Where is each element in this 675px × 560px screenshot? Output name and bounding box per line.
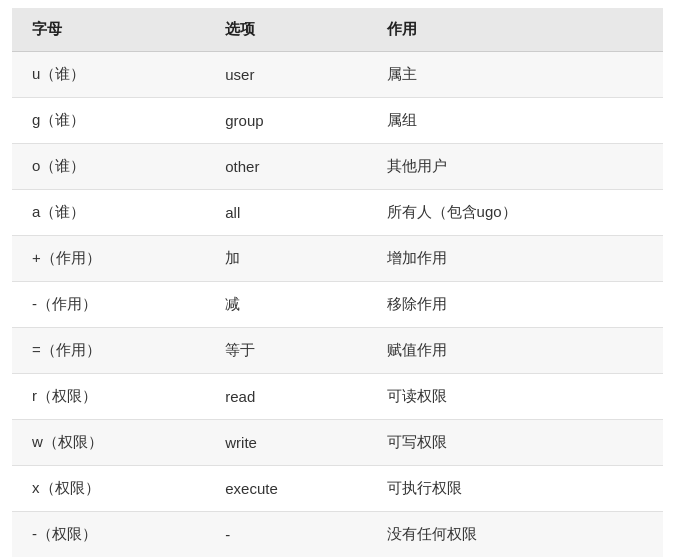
cell-1-1: group — [205, 98, 366, 144]
cell-7-1: read — [205, 374, 366, 420]
table-row: x（权限）execute可执行权限 — [12, 466, 663, 512]
col-header-letter: 字母 — [12, 8, 205, 52]
col-header-effect: 作用 — [367, 8, 663, 52]
cell-0-1: user — [205, 52, 366, 98]
table-row: g（谁）group属组 — [12, 98, 663, 144]
cell-2-0: o（谁） — [12, 144, 205, 190]
cell-3-2: 所有人（包含ugo） — [367, 190, 663, 236]
cell-10-2: 没有任何权限 — [367, 512, 663, 558]
table-row: =（作用）等于赋值作用 — [12, 328, 663, 374]
cell-10-0: -（权限） — [12, 512, 205, 558]
cell-7-0: r（权限） — [12, 374, 205, 420]
cell-5-0: -（作用） — [12, 282, 205, 328]
cell-5-2: 移除作用 — [367, 282, 663, 328]
permissions-table: 字母 选项 作用 u（谁）user属主g（谁）group属组o（谁）other其… — [12, 8, 663, 557]
cell-5-1: 减 — [205, 282, 366, 328]
cell-4-2: 增加作用 — [367, 236, 663, 282]
table-row: a（谁）all所有人（包含ugo） — [12, 190, 663, 236]
cell-4-0: +（作用） — [12, 236, 205, 282]
cell-3-0: a（谁） — [12, 190, 205, 236]
cell-9-0: x（权限） — [12, 466, 205, 512]
cell-6-2: 赋值作用 — [367, 328, 663, 374]
cell-6-0: =（作用） — [12, 328, 205, 374]
cell-6-1: 等于 — [205, 328, 366, 374]
cell-9-2: 可执行权限 — [367, 466, 663, 512]
cell-3-1: all — [205, 190, 366, 236]
cell-10-1: - — [205, 512, 366, 558]
cell-2-2: 其他用户 — [367, 144, 663, 190]
table-row: +（作用）加增加作用 — [12, 236, 663, 282]
table-header-row: 字母 选项 作用 — [12, 8, 663, 52]
cell-2-1: other — [205, 144, 366, 190]
cell-1-2: 属组 — [367, 98, 663, 144]
cell-1-0: g（谁） — [12, 98, 205, 144]
table-row: -（权限）-没有任何权限 — [12, 512, 663, 558]
cell-8-1: write — [205, 420, 366, 466]
table-body: u（谁）user属主g（谁）group属组o（谁）other其他用户a（谁）al… — [12, 52, 663, 558]
cell-8-2: 可写权限 — [367, 420, 663, 466]
cell-0-2: 属主 — [367, 52, 663, 98]
cell-8-0: w（权限） — [12, 420, 205, 466]
cell-4-1: 加 — [205, 236, 366, 282]
table-row: r（权限）read可读权限 — [12, 374, 663, 420]
cell-7-2: 可读权限 — [367, 374, 663, 420]
table-container: 字母 选项 作用 u（谁）user属主g（谁）group属组o（谁）other其… — [0, 0, 675, 560]
cell-0-0: u（谁） — [12, 52, 205, 98]
table-row: w（权限）write可写权限 — [12, 420, 663, 466]
col-header-option: 选项 — [205, 8, 366, 52]
table-row: u（谁）user属主 — [12, 52, 663, 98]
cell-9-1: execute — [205, 466, 366, 512]
table-row: -（作用）减移除作用 — [12, 282, 663, 328]
table-row: o（谁）other其他用户 — [12, 144, 663, 190]
